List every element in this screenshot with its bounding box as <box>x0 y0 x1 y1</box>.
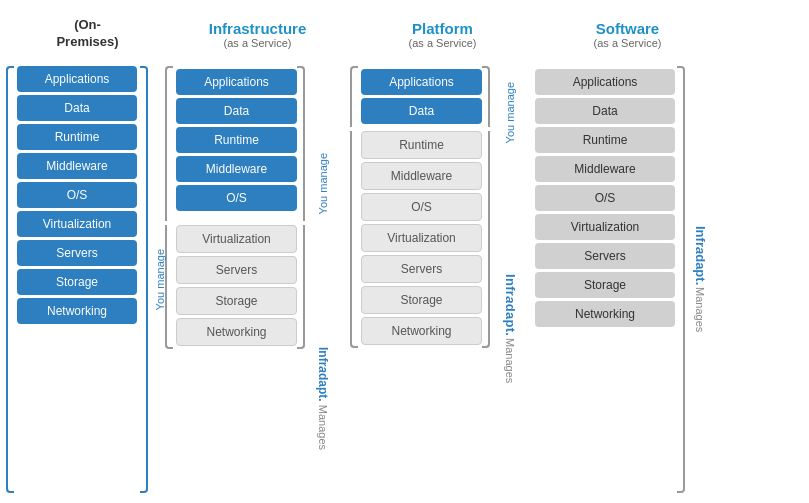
box-infra-networking: Networking <box>176 318 297 346</box>
infradapt-manages-label-infra: Infradapt. Manages <box>316 347 330 450</box>
header-on-premises: (On-Premises) <box>56 10 118 58</box>
infradapt-brand-software: Infradapt. <box>693 226 708 285</box>
subtitle-platform: (as a Service) <box>409 37 477 49</box>
you-manage-label-platform: You manage <box>504 82 516 143</box>
title-software: Software <box>596 20 659 37</box>
you-manage-label-on-prem: You manage <box>154 249 166 310</box>
header-platform: Platform (as a Service) <box>409 10 477 58</box>
box-platform-storage: Storage <box>361 286 482 314</box>
box-on-prem-networking: Networking <box>17 298 137 324</box>
box-software-virtualization: Virtualization <box>535 214 675 240</box>
box-infra-runtime: Runtime <box>176 127 297 153</box>
header-infrastructure: Infrastructure (as a Service) <box>209 10 307 58</box>
box-infra-os: O/S <box>176 185 297 211</box>
box-infra-storage: Storage <box>176 287 297 315</box>
box-infra-virtualization: Virtualization <box>176 225 297 253</box>
box-infra-middleware: Middleware <box>176 156 297 182</box>
box-infra-servers: Servers <box>176 256 297 284</box>
box-infra-applications: Applications <box>176 69 297 95</box>
you-manage-label-infra: You manage <box>317 153 329 214</box>
title-platform: Platform <box>412 20 473 37</box>
box-software-applications: Applications <box>535 69 675 95</box>
box-platform-virtualization: Virtualization <box>361 224 482 252</box>
column-on-premises: (On-Premises) Applications Data Runtime … <box>10 10 165 493</box>
box-on-prem-os: O/S <box>17 182 137 208</box>
column-platform: Platform (as a Service) Applications Dat… <box>350 10 535 493</box>
manages-label-platform: Manages <box>504 338 516 383</box>
manages-label-software: Manages <box>694 287 706 332</box>
column-software: Software (as a Service) Applications Dat… <box>535 10 720 493</box>
title-on-premises: (On-Premises) <box>56 17 118 51</box>
box-software-middleware: Middleware <box>535 156 675 182</box>
box-software-os: O/S <box>535 185 675 211</box>
box-software-servers: Servers <box>535 243 675 269</box>
box-on-prem-applications: Applications <box>17 66 137 92</box>
box-platform-applications: Applications <box>361 69 482 95</box>
box-on-prem-data: Data <box>17 95 137 121</box>
box-software-networking: Networking <box>535 301 675 327</box>
box-platform-networking: Networking <box>361 317 482 345</box>
title-infrastructure: Infrastructure <box>209 20 307 37</box>
infradapt-manages-label-platform: Infradapt. <box>503 274 518 336</box>
subtitle-software: (as a Service) <box>594 37 662 49</box>
box-infra-data: Data <box>176 98 297 124</box>
box-software-data: Data <box>535 98 675 124</box>
box-on-prem-storage: Storage <box>17 269 137 295</box>
box-platform-data: Data <box>361 98 482 124</box>
box-platform-servers: Servers <box>361 255 482 283</box>
header-software: Software (as a Service) <box>594 10 662 58</box>
box-software-runtime: Runtime <box>535 127 675 153</box>
column-infrastructure: Infrastructure (as a Service) Applicatio… <box>165 10 350 493</box>
subtitle-infrastructure: (as a Service) <box>224 37 292 49</box>
box-software-storage: Storage <box>535 272 675 298</box>
box-on-prem-servers: Servers <box>17 240 137 266</box>
box-on-prem-virtualization: Virtualization <box>17 211 137 237</box>
box-platform-runtime: Runtime <box>361 131 482 159</box>
box-on-prem-middleware: Middleware <box>17 153 137 179</box>
main-container: (On-Premises) Applications Data Runtime … <box>0 0 809 503</box>
box-platform-os: O/S <box>361 193 482 221</box>
box-platform-middleware: Middleware <box>361 162 482 190</box>
box-on-prem-runtime: Runtime <box>17 124 137 150</box>
